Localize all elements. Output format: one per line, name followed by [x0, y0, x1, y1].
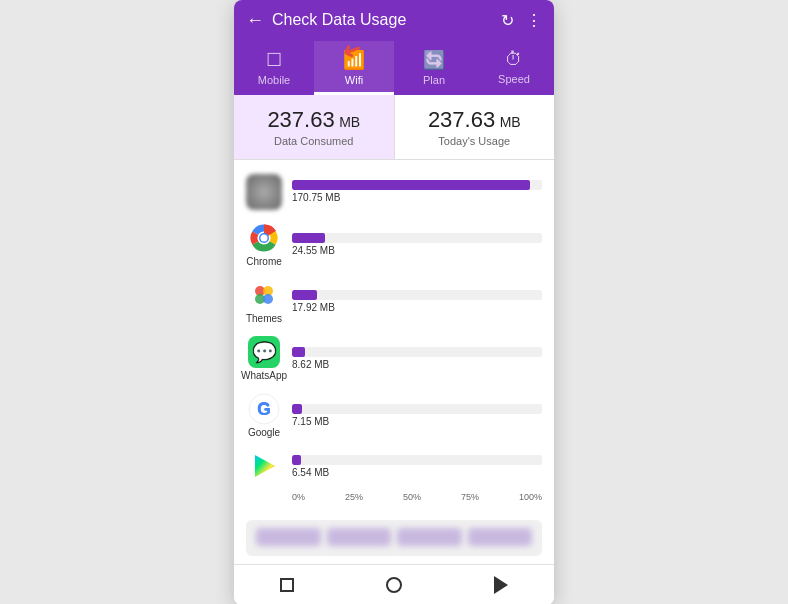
- x-axis-75: 75%: [461, 492, 479, 502]
- playstore-icon: [248, 450, 280, 482]
- x-axis: 0% 25% 50% 75% 100%: [234, 490, 554, 504]
- app-list: 170.75 MB: [234, 160, 554, 512]
- bar-track-playstore: [292, 455, 542, 465]
- bar-label-chrome: 24.55 MB: [292, 245, 542, 256]
- bar-track-chrome: [292, 233, 542, 243]
- today-usage-label: Today's Usage: [403, 135, 547, 147]
- data-consumed-value: 237.63 MB: [242, 107, 386, 133]
- bar-section-google: 7.15 MB: [292, 404, 542, 427]
- bottom-blurred-bar: [246, 520, 542, 556]
- google-label: Google: [248, 427, 280, 438]
- bar-label-themes: 17.92 MB: [292, 302, 542, 313]
- today-usage-card: 237.63 MB Today's Usage: [395, 95, 555, 159]
- mobile-icon: ☐: [266, 49, 282, 71]
- tab-mobile[interactable]: ☐ Mobile: [234, 41, 314, 95]
- svg-text:G: G: [257, 399, 270, 418]
- app-row-0: 170.75 MB: [234, 168, 554, 216]
- nav-circle-icon: [386, 577, 402, 593]
- wifi-icon: 📶: [343, 49, 365, 71]
- bottom-bar-item-3: [397, 528, 462, 546]
- nav-triangle-icon: [494, 576, 508, 594]
- data-consumed-label: Data Consumed: [242, 135, 386, 147]
- bar-label-0: 170.75 MB: [292, 192, 542, 203]
- bar-section-whatsapp: 8.62 MB: [292, 347, 542, 370]
- bar-track-0: [292, 180, 542, 190]
- chrome-icon: [248, 222, 280, 254]
- x-axis-25: 25%: [345, 492, 363, 502]
- tab-plan-label: Plan: [423, 74, 445, 86]
- bar-track-google: [292, 404, 542, 414]
- back-button[interactable]: ←: [246, 10, 264, 31]
- refresh-icon[interactable]: ↻: [501, 11, 514, 30]
- bar-fill-chrome: [292, 233, 325, 243]
- tab-bar: ☐ Mobile ➜ 📶 Wifi 🔄 Plan ⏱ Speed: [234, 41, 554, 95]
- whatsapp-icon: 💬: [248, 336, 280, 368]
- app-col-playstore: [246, 450, 282, 484]
- phone-screen: ← Check Data Usage ↻ ⋮ ☐ Mobile ➜ 📶 Wifi…: [234, 0, 554, 604]
- svg-point-3: [261, 234, 268, 241]
- x-axis-100: 100%: [519, 492, 542, 502]
- bottom-bar-item-1: [256, 528, 321, 546]
- tab-speed-label: Speed: [498, 73, 530, 85]
- whatsapp-label: WhatsApp: [241, 370, 287, 381]
- bottom-bar-item-4: [468, 528, 533, 546]
- bar-label-playstore: 6.54 MB: [292, 467, 542, 478]
- app-row-playstore: 6.54 MB: [234, 444, 554, 490]
- bar-track-whatsapp: [292, 347, 542, 357]
- app-row-google: G G Google 7.15 MB: [234, 387, 554, 444]
- nav-square-icon: [280, 578, 294, 592]
- app-header: ← Check Data Usage ↻ ⋮: [234, 0, 554, 41]
- bar-section-chrome: 24.55 MB: [292, 233, 542, 256]
- x-axis-50: 50%: [403, 492, 421, 502]
- bar-fill-whatsapp: [292, 347, 305, 357]
- tab-mobile-label: Mobile: [258, 74, 290, 86]
- tab-plan[interactable]: 🔄 Plan: [394, 41, 474, 95]
- bar-fill-themes: [292, 290, 317, 300]
- bar-section-playstore: 6.54 MB: [292, 455, 542, 478]
- speed-icon: ⏱: [505, 49, 523, 70]
- nav-circle-button[interactable]: [382, 573, 406, 597]
- bar-section-0: 170.75 MB: [292, 180, 542, 203]
- app-col-google: G G Google: [246, 393, 282, 438]
- bar-track-themes: [292, 290, 542, 300]
- x-axis-0: 0%: [292, 492, 305, 502]
- bar-section-themes: 17.92 MB: [292, 290, 542, 313]
- bottom-bar-item-2: [327, 528, 392, 546]
- tab-wifi[interactable]: ➜ 📶 Wifi: [314, 41, 394, 95]
- bar-label-google: 7.15 MB: [292, 416, 542, 427]
- app-col-whatsapp: 💬 WhatsApp: [246, 336, 282, 381]
- svg-rect-4: [248, 279, 280, 311]
- themes-icon: [248, 279, 280, 311]
- google-icon: G G: [248, 393, 280, 425]
- app-row-themes: Themes 17.92 MB: [234, 273, 554, 330]
- page-title: Check Data Usage: [272, 11, 493, 29]
- header-icons: ↻ ⋮: [501, 11, 542, 30]
- nav-square-button[interactable]: [275, 573, 299, 597]
- stats-bar: 237.63 MB Data Consumed 237.63 MB Today'…: [234, 95, 554, 160]
- app-row-whatsapp: 💬 WhatsApp 8.62 MB: [234, 330, 554, 387]
- app-col-chrome: Chrome: [246, 222, 282, 267]
- bar-fill-google: [292, 404, 302, 414]
- more-icon[interactable]: ⋮: [526, 11, 542, 30]
- app-col-themes: Themes: [246, 279, 282, 324]
- plan-icon: 🔄: [423, 49, 445, 71]
- bar-label-whatsapp: 8.62 MB: [292, 359, 542, 370]
- tab-wifi-label: Wifi: [345, 74, 363, 86]
- data-consumed-card: 237.63 MB Data Consumed: [234, 95, 395, 159]
- bar-fill-playstore: [292, 455, 301, 465]
- app-row-chrome: Chrome 24.55 MB: [234, 216, 554, 273]
- chrome-label: Chrome: [246, 256, 282, 267]
- themes-label: Themes: [246, 313, 282, 324]
- nav-back-button[interactable]: [489, 573, 513, 597]
- svg-point-8: [263, 294, 273, 304]
- today-usage-value: 237.63 MB: [403, 107, 547, 133]
- tab-speed[interactable]: ⏱ Speed: [474, 41, 554, 95]
- app-icon-blurred: [246, 174, 282, 210]
- bar-fill-0: [292, 180, 530, 190]
- nav-bar: [234, 564, 554, 605]
